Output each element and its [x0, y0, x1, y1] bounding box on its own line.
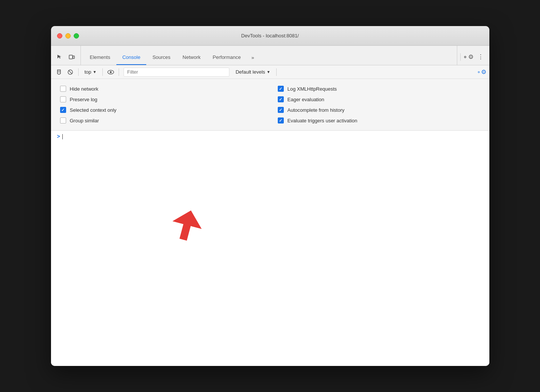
autocomplete-checkbox[interactable] [278, 107, 284, 113]
tab-console[interactable]: Console [116, 50, 147, 65]
clear-console-icon[interactable] [54, 67, 64, 77]
hide-network-checkbox[interactable] [60, 86, 66, 92]
setting-preserve-log: Preserve log [60, 94, 263, 105]
setting-log-xml: Log XMLHttpRequests [278, 83, 480, 94]
toolbar-divider-2 [102, 68, 103, 76]
log-xml-checkbox[interactable] [278, 86, 284, 92]
toolbar-divider-1 [78, 68, 79, 76]
cursor [62, 134, 63, 139]
setting-eager-eval: Eager evaluation [278, 94, 480, 105]
console-area[interactable]: > [51, 131, 489, 366]
tabs-container: Elements Console Sources Network Perform… [81, 46, 457, 65]
eager-eval-checkbox[interactable] [278, 96, 284, 102]
tab-bar: Elements Console Sources Network Perform… [51, 46, 489, 65]
maximize-button[interactable] [74, 33, 79, 39]
minimize-button[interactable] [65, 33, 71, 39]
toolbar-divider-4 [276, 68, 277, 76]
tab-network[interactable]: Network [176, 50, 207, 65]
window-title: DevTools - localhost:8081/ [241, 33, 299, 39]
setting-autocomplete: Autocomplete from history [278, 105, 480, 115]
evaluate-triggers-checkbox[interactable] [278, 117, 284, 123]
svg-point-8 [110, 71, 112, 73]
setting-selected-context: Selected context only [60, 105, 263, 115]
group-similar-checkbox[interactable] [60, 117, 66, 123]
filter-input[interactable] [124, 68, 229, 77]
console-settings-icon[interactable]: ⚙ [477, 67, 486, 77]
tab-performance[interactable]: Performance [207, 50, 247, 65]
settings-left-column: Hide network Preserve log Selected conte… [60, 83, 263, 126]
setting-evaluate-triggers: Evaluate triggers user activation [278, 115, 480, 126]
setting-group-similar: Group similar [60, 115, 263, 126]
settings-icon[interactable]: ⚙ [462, 51, 473, 63]
traffic-lights [57, 33, 79, 39]
prompt-arrow: > [57, 134, 60, 140]
toolbar-divider-3 [119, 68, 119, 76]
svg-line-6 [68, 70, 72, 74]
tab-bar-left-icons [54, 46, 81, 65]
settings-right-column: Log XMLHttpRequests Eager evaluation Aut… [278, 83, 480, 126]
settings-panel: Hide network Preserve log Selected conte… [51, 79, 489, 131]
filter-input-wrap [124, 68, 229, 77]
console-prompt: > [57, 134, 483, 140]
divider [460, 53, 461, 61]
setting-hide-network: Hide network [60, 83, 263, 94]
device-toolbar-icon[interactable] [66, 51, 77, 63]
tab-sources[interactable]: Sources [146, 50, 176, 65]
more-options-icon[interactable]: ⋮ [475, 51, 486, 63]
block-icon[interactable] [65, 67, 75, 77]
close-button[interactable] [57, 33, 62, 39]
tab-bar-right-icons: ⚙ ⋮ [457, 46, 486, 65]
tab-elements[interactable]: Elements [84, 50, 116, 65]
preserve-log-checkbox[interactable] [60, 96, 66, 102]
inspect-element-icon[interactable] [54, 51, 65, 63]
svg-marker-9 [169, 207, 202, 244]
selected-context-checkbox[interactable] [60, 107, 66, 113]
devtools-window: DevTools - localhost:8081/ Elements Cons [51, 26, 489, 366]
annotation-arrow [157, 206, 202, 244]
log-levels-button[interactable]: Default levels ▼ [232, 68, 273, 76]
title-bar: DevTools - localhost:8081/ [51, 26, 489, 46]
context-selector[interactable]: top ▼ [82, 68, 100, 76]
eye-icon[interactable] [106, 67, 116, 77]
tab-more-button[interactable]: » [247, 50, 258, 65]
svg-rect-1 [73, 56, 74, 59]
svg-rect-0 [69, 55, 73, 59]
console-toolbar: top ▼ Default levels ▼ ⚙ [51, 65, 489, 79]
